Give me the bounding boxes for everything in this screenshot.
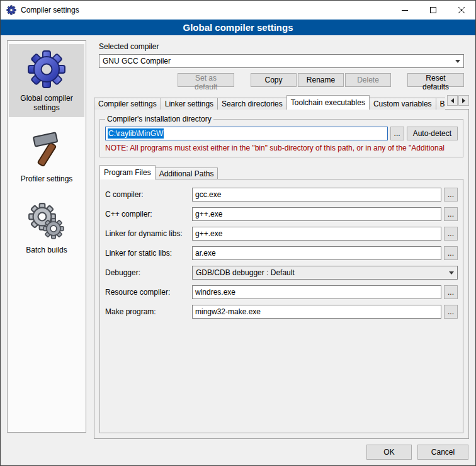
tab-build-options[interactable]: Buil [436,98,445,110]
tab-scroll-right-button[interactable] [458,95,469,106]
resource-compiler-input[interactable] [192,285,441,299]
debugger-value: GDB/CDB debugger : Default [196,268,295,277]
compiler-buttons-row: Set as default Copy Rename Delete Reset … [99,73,464,87]
install-dir-input[interactable]: C:\raylib\MinGW [105,127,388,140]
cancel-button[interactable]: Cancel [417,445,468,460]
c-compiler-row: C compiler: ... [105,188,458,202]
caption-buttons [390,1,475,20]
tab-program-files[interactable]: Program Files [99,165,156,179]
copy-button[interactable]: Copy [251,73,297,87]
field-label: Linker for static libs: [105,249,192,258]
debugger-dropdown[interactable]: GDB/CDB debugger : Default [192,266,458,280]
selected-compiler-label: Selected compiler [99,42,464,51]
selected-text: C:\raylib\MinGW [108,128,164,139]
minimize-button[interactable] [390,1,419,20]
titlebar: Compiler settings [1,1,475,20]
set-as-default-button[interactable]: Set as default [178,73,234,87]
browse-dir-button[interactable]: ... [390,127,404,140]
tab-linker-settings[interactable]: Linker settings [161,98,218,110]
page-title: Global compiler settings [1,20,475,35]
dynamic-linker-row: Linker for dynamic libs: ... [105,227,458,241]
install-dir-row: C:\raylib\MinGW ... Auto-detect [105,127,458,140]
window-title: Compiler settings [21,6,390,14]
static-linker-input[interactable] [192,246,441,260]
rename-button[interactable]: Rename [298,73,344,87]
chevron-down-icon [449,271,454,275]
field-label: Debugger: [105,268,192,277]
sidebar-item-batch-builds[interactable]: Batch builds [9,196,84,259]
make-program-row: Make program: ... [105,305,458,319]
tab-scroll-left-button[interactable] [447,95,458,106]
delete-button[interactable]: Delete [345,73,391,87]
cpp-compiler-row: C++ compiler: ... [105,207,458,221]
debugger-row: Debugger: GDB/CDB debugger : Default [105,266,458,280]
compiler-tabstrip: Compiler settings Linker settings Search… [94,95,469,110]
right-arrow-icon [462,98,465,103]
program-files-panel: C compiler: ... C++ compiler: ... Linker… [99,179,463,433]
main-content: Selected compiler GNU GCC Compiler Set a… [94,40,469,439]
ok-button[interactable]: OK [366,445,412,460]
maximize-button[interactable] [419,1,447,20]
sidebar-item-label: Batch builds [26,246,67,255]
field-label: Linker for dynamic libs: [105,229,192,238]
reset-defaults-button[interactable]: Reset defaults [407,73,464,87]
static-linker-row: Linker for static libs: ... [105,246,458,260]
dynamic-linker-input[interactable] [192,227,441,241]
field-label: Resource compiler: [105,288,192,297]
sidebar-item-label: Global compiler settings [10,94,83,113]
tab-compiler-settings[interactable]: Compiler settings [94,98,161,110]
sidebar-item-label: Profiler settings [21,174,73,184]
static-linker-browse-button[interactable]: ... [444,246,458,260]
install-dir-groupbox-title: Compiler's installation directory [105,115,213,123]
gears-gray-icon [26,201,67,241]
resource-compiler-browse-button[interactable]: ... [444,285,458,299]
autodetect-button[interactable]: Auto-detect [407,127,458,140]
tab-toolchain-executables[interactable]: Toolchain executables [286,95,370,110]
make-program-browse-button[interactable]: ... [444,305,458,319]
dynamic-linker-browse-button[interactable]: ... [444,227,458,241]
cpp-compiler-browse-button[interactable]: ... [444,207,458,221]
tab-additional-paths[interactable]: Additional Paths [155,168,218,179]
resource-compiler-row: Resource compiler: ... [105,285,458,299]
tabs-viewport: Compiler settings Linker settings Search… [94,95,445,110]
selected-compiler-dropdown[interactable]: GNU GCC Compiler [99,54,464,68]
sidebar-item-global-compiler-settings[interactable]: Global compiler settings [9,44,84,117]
note-text: NOTE: All programs must exist either in … [105,144,458,152]
compiler-settings-window: Compiler settings Global compiler settin… [0,0,476,466]
cpp-compiler-input[interactable] [192,207,441,221]
program-files-tabstrip: Program Files Additional Paths [99,165,463,179]
toolchain-executables-panel: Compiler's installation directory C:\ray… [94,109,469,439]
selected-compiler-value: GNU GCC Compiler [103,57,171,65]
tab-scroll-controls [446,95,469,110]
c-compiler-browse-button[interactable]: ... [444,188,458,202]
make-program-input[interactable] [192,305,441,319]
tab-search-directories[interactable]: Search directories [217,98,287,110]
hammer-icon [26,130,67,170]
tab-custom-variables[interactable]: Custom variables [369,98,436,110]
sidebar: Global compiler settings Profiler settin… [7,40,86,433]
close-button[interactable] [447,1,475,20]
dialog-footer: OK Cancel [1,439,475,465]
app-icon [6,5,16,15]
c-compiler-input[interactable] [192,188,441,202]
left-arrow-icon [451,98,454,103]
dialog-body: Global compiler settings Profiler settin… [1,35,475,439]
gear-blue-icon [26,49,67,89]
field-label: C compiler: [105,190,192,199]
sidebar-item-profiler-settings[interactable]: Profiler settings [9,125,84,188]
chevron-down-icon [455,60,460,63]
field-label: Make program: [105,307,192,316]
install-dir-groupbox: Compiler's installation directory C:\ray… [99,115,463,157]
field-label: C++ compiler: [105,210,192,219]
